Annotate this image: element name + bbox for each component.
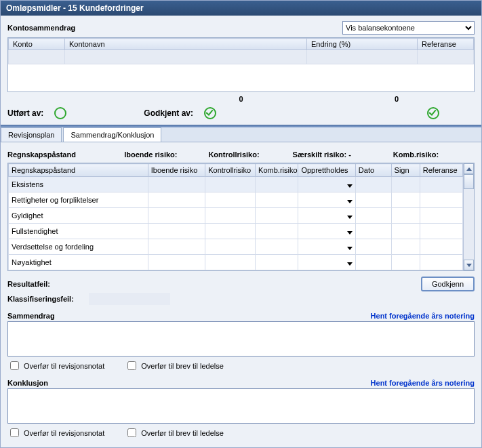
total-left: 0: [163, 95, 319, 103]
table-row[interactable]: [9, 50, 474, 64]
cb-overfor-ledelse-2[interactable]: Overfør til brev til ledelse: [125, 426, 224, 439]
status-check-icon-2[interactable]: [427, 107, 439, 119]
sammendrag-title: Sammendrag: [7, 312, 55, 320]
sammendrag-textarea[interactable]: [7, 321, 475, 357]
hdr-dato[interactable]: Dato: [355, 164, 391, 177]
status-circle-icon[interactable]: [54, 107, 66, 119]
chevron-down-icon: [347, 216, 353, 219]
chevron-down-icon: [347, 200, 353, 203]
risk-saerskilt-label: Særskilt risiko: -: [293, 150, 390, 159]
hent-foregaende-link[interactable]: Hent foregående års notering: [371, 312, 475, 320]
window-title: Omløpsmidler - 15 Kundefordringer: [1, 1, 481, 16]
risk-regnskap-label: Regnskapspåstand: [7, 150, 121, 159]
hdr-referanse[interactable]: Referanse: [420, 164, 462, 177]
hdr-kontroll[interactable]: Kontrollrisiko: [205, 164, 256, 177]
konklusjon-textarea[interactable]: [7, 388, 475, 424]
hdr-komb[interactable]: Komb.risiko: [256, 164, 298, 177]
cb-overfor-revnotat-label: Overfør til revisjonsnotat: [24, 362, 104, 370]
godkjent-label: Godkjent av:: [144, 108, 193, 118]
tab-sammendrag[interactable]: Sammendrag/Konklusjon: [63, 127, 161, 142]
hdr-opprettholdes[interactable]: Opprettholdes: [298, 164, 355, 177]
table-row[interactable]: Rettigheter og forpliktelser: [9, 192, 474, 208]
total-right: 0: [319, 95, 475, 103]
cb-overfor-ledelse[interactable]: Overfør til brev til ledelse: [125, 359, 224, 372]
table-row[interactable]: Fullstendighet: [9, 224, 474, 239]
scroll-down-icon[interactable]: [464, 260, 474, 270]
opprettholdes-dropdown[interactable]: [298, 255, 355, 270]
status-check-icon[interactable]: [204, 107, 216, 119]
opprettholdes-dropdown[interactable]: [298, 177, 355, 192]
table-row[interactable]: Nøyaktighet: [9, 255, 474, 270]
cb-overfor-revnotat-input[interactable]: [10, 361, 19, 370]
scrollbar[interactable]: [463, 163, 474, 270]
chevron-down-icon: [347, 262, 353, 266]
cb-overfor-ledelse-2-input[interactable]: [127, 428, 136, 437]
kontosammendrag-label: Kontosammendrag: [7, 24, 75, 32]
risk-komb-label: Komb.risiko:: [393, 150, 475, 159]
table-row[interactable]: Verdsettelse og fordeling: [9, 239, 474, 255]
konklusjon-title: Konklusjon: [7, 379, 48, 387]
balance-view-dropdown[interactable]: Vis balansekontoene: [342, 21, 475, 35]
risk-kontroll-label: Kontrollrisiko:: [208, 150, 289, 159]
col-referanse[interactable]: Referanse: [418, 39, 474, 50]
chevron-down-icon: [347, 231, 353, 235]
col-kontonavn[interactable]: Kontonavn: [65, 39, 307, 50]
risk-iboende-label: Iboende risiko:: [124, 150, 205, 159]
utfort-label: Utført av:: [7, 108, 43, 118]
risk-table: Regnskapspåstand Iboende risiko Kontroll…: [7, 163, 475, 271]
opprettholdes-dropdown[interactable]: [298, 239, 355, 255]
cb-overfor-ledelse-2-label: Overfør til brev til ledelse: [141, 429, 224, 437]
cb-overfor-revnotat-2-input[interactable]: [10, 428, 19, 437]
klassifiseringsfeil-value: [89, 293, 170, 305]
cb-overfor-revnotat-2-label: Overfør til revisjonsnotat: [24, 429, 104, 437]
opprettholdes-dropdown[interactable]: [298, 192, 355, 208]
godkjenn-button[interactable]: Godkjenn: [421, 277, 475, 291]
chevron-down-icon: [347, 247, 353, 250]
hdr-iboende[interactable]: Iboende risiko: [148, 164, 205, 177]
chevron-down-icon: [347, 184, 353, 188]
table-row[interactable]: Gyldighet: [9, 208, 474, 224]
table-row[interactable]: Eksistens: [9, 177, 474, 192]
cb-overfor-revnotat-2[interactable]: Overfør til revisjonsnotat: [7, 426, 104, 439]
konto-table: Konto Kontonavn Endring (%) Referanse: [7, 37, 475, 92]
hent-foregaende-link-2[interactable]: Hent foregående års notering: [371, 379, 475, 387]
hdr-sign[interactable]: Sign: [391, 164, 420, 177]
col-endring[interactable]: Endring (%): [307, 39, 418, 50]
opprettholdes-dropdown[interactable]: [298, 224, 355, 239]
opprettholdes-dropdown[interactable]: [298, 208, 355, 224]
scroll-up-icon[interactable]: [464, 163, 474, 174]
resultatfeil-label: Resultatfeil:: [7, 280, 89, 288]
col-konto[interactable]: Konto: [9, 39, 65, 50]
cb-overfor-revnotat[interactable]: Overfør til revisjonsnotat: [7, 359, 104, 372]
scroll-thumb[interactable]: [464, 174, 474, 189]
cb-overfor-ledelse-input[interactable]: [127, 361, 136, 370]
klassifiseringsfeil-label: Klassifiseringsfeil:: [7, 295, 89, 303]
tab-revisjonsplan[interactable]: Revisjonsplan: [1, 127, 62, 142]
hdr-regnskap[interactable]: Regnskapspåstand: [9, 164, 148, 177]
cb-overfor-ledelse-label: Overfør til brev til ledelse: [141, 362, 224, 370]
